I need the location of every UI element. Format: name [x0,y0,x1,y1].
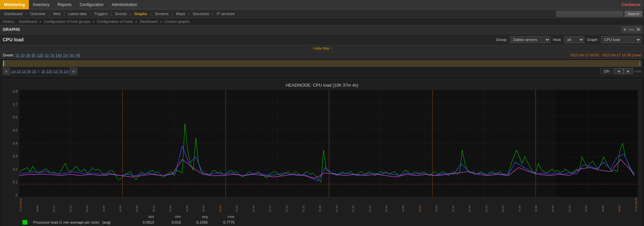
x-time-00:20: 00:20 [86,198,89,212]
graph-title-bar: CPU load Group: Zabbix servers Host: all… [0,34,644,45]
y-0.1: 0.1 [13,180,17,184]
nav-events[interactable]: Events [113,11,130,16]
header-max: max [208,215,235,219]
search-input[interactable] [556,11,623,17]
nav-sep-3: | [64,12,65,16]
breadcrumb-link-dashboard[interactable]: Dashboard [19,19,37,24]
zoom-6h[interactable]: 6h [32,53,36,57]
breadcrumb-sep-4: » [160,19,162,24]
x-time-00:25: 00:25 [102,198,105,212]
timeline-selection [3,60,641,66]
nav-graphs[interactable]: Graphs [132,11,150,16]
nav-discovery[interactable]: Discovery [190,11,212,16]
nav-latest-data[interactable]: Latest data [66,11,89,16]
nav-maps[interactable]: Maps [174,11,188,16]
chart-area: HEADNODE: CPU load (10h 37m 4s) 0.8 0.7 … [0,76,644,226]
nav-sep-6: | [130,12,131,16]
y-0.3: 0.3 [13,154,17,158]
zoom-1h[interactable]: 1h [15,53,19,57]
nav-dashboard[interactable]: Dashboard [2,11,25,16]
nav-it-services[interactable]: IT services [214,11,237,16]
breadcrumb-link-dashboard2[interactable]: Dashboard [140,19,158,24]
nav-3h[interactable]: 3h [27,69,31,73]
header-min: min [154,215,181,219]
zoom-12h[interactable]: 12h [37,53,43,57]
section-header: GRAPHS + — ✕ [0,25,644,34]
y-0.4: 0.4 [13,142,17,145]
zoom-3m[interactable]: 3m [69,53,75,57]
timeline-nav: « 1w 2d 1d 3h 1h | 1h 12h 1d 7d 1m » 10h… [3,68,641,75]
nav-configuration[interactable]: Configuration [76,0,107,9]
y-0.8: 0.8 [13,90,17,93]
x-time-02:55: 02:55 [601,198,604,212]
nav-2d[interactable]: 2d [17,69,21,73]
nav-reports[interactable]: Reports [53,0,76,9]
x-time-03:00: 03:00 [618,198,621,212]
header-avg: avg [181,215,208,219]
nav-1d-next[interactable]: 1d [53,69,57,73]
close-icon[interactable]: ✕ [635,27,641,33]
section-label: GRAPHS [3,27,20,32]
x-date-label: 17.04.00:02 [19,198,22,212]
nav-7d[interactable]: 7d [59,69,63,73]
breadcrumb-link-host-groups[interactable]: Configuration of host groups [44,19,90,24]
y-0: 0 [15,193,17,197]
zoom-14d[interactable]: 14d [55,53,61,57]
zoom-2h[interactable]: 2h [21,53,25,57]
nav-next-arrow[interactable]: » [70,68,77,75]
zoom-all[interactable]: All [76,53,80,57]
timeline-thumb-left[interactable] [4,61,5,66]
timeline-thumb-right[interactable] [639,61,640,66]
expand-icon[interactable]: + [622,27,628,33]
graph-select[interactable]: CPU load [601,36,641,43]
nav-administration[interactable]: Administration [108,0,141,9]
collapse-icon[interactable]: — [629,27,635,33]
legend-color-1 [22,220,27,225]
x-time-01:35: 01:35 [335,198,338,212]
group-select[interactable]: Zabbix servers [510,36,550,43]
zoom-7d[interactable]: 7d [50,53,54,57]
nav-1h-prev[interactable]: 1h [32,69,36,73]
breadcrumb-link-hosts[interactable]: Configuration of hosts [97,19,133,24]
time-zoom-minus[interactable]: ◄ [614,68,624,74]
x-time-02:10: 02:10 [452,198,455,212]
timeline-container: « 1w 2d 1d 3h 1h | 1h 12h 1d 7d 1m » 10h… [0,59,644,76]
nav-screens[interactable]: Screens [152,11,171,16]
host-label: Host: [553,38,562,42]
brand-name: Cerberus [622,2,644,7]
hide-filter-toggle[interactable]: ↑ Hide filter ↑ [311,46,333,50]
nav-overview[interactable]: Overview [28,11,48,16]
x-time-00:15: 00:15 [69,198,72,212]
x-time-00:55: 00:55 [202,198,205,212]
x-time-01:30: 01:30 [318,198,321,212]
nav-web[interactable]: Web [50,11,63,16]
nav-monitoring[interactable]: Monitoring [0,0,29,9]
nav-1d[interactable]: 1d [22,69,26,73]
nav-1w[interactable]: 1w [11,69,16,73]
zoom-1d[interactable]: 1d [45,53,49,57]
nav-12h[interactable]: 12h [46,69,52,73]
x-time-02:40: 02:40 [551,198,554,212]
search-button[interactable]: Search [625,11,642,17]
time-range-end: 2015-04-17 10:39 (now) [602,53,641,57]
nav-prev-arrow[interactable]: « [3,68,10,75]
breadcrumb-link-custom-graphs[interactable]: Custom graphs [164,19,190,24]
legend-label-1: Processor load (1 min average per core) … [33,220,127,224]
x-time-01:15: 01:15 [268,198,271,212]
nav-inventory[interactable]: Inventory [29,0,53,9]
chart-title: HEADNODE: CPU load (10h 37m 4s) [6,83,638,88]
zoom-1m[interactable]: 1m [63,53,68,57]
nav-1h-next[interactable]: 1h [41,69,45,73]
timeline-bar[interactable] [3,60,641,67]
nav-1m[interactable]: 1m [64,69,69,73]
hide-filter-bar: ↑ Hide filter ↑ [0,45,644,52]
chart-container: HEADNODE: CPU load (10h 37m 4s) 0.8 0.7 … [3,79,641,226]
header-last: last [127,215,154,219]
time-zoom-plus[interactable]: ► [624,68,633,74]
chart-legend: last min avg max Processor load (1 min a… [6,212,638,226]
nav-triggers[interactable]: Triggers [92,11,110,16]
zoom-3h[interactable]: 3h [26,53,30,57]
y-0.5: 0.5 [13,129,17,132]
breadcrumb-history: History: [3,19,15,24]
host-select[interactable]: all [564,36,584,43]
